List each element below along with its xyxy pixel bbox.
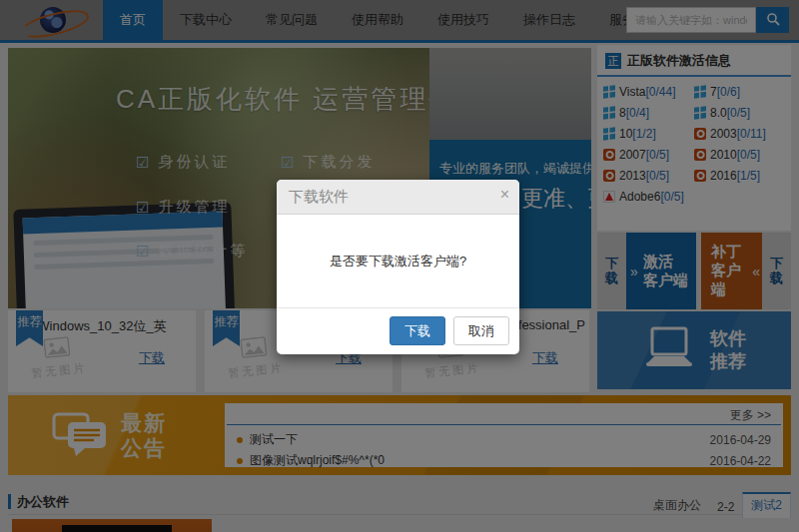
cancel-button[interactable]: 取消 — [453, 316, 509, 345]
close-icon[interactable]: × — [500, 186, 509, 204]
dialog-footer: 下载 取消 — [277, 307, 519, 353]
dialog-header: 下载软件 × — [277, 180, 519, 215]
download-dialog: 下载软件 × 是否要下载激活客户端? 下载 取消 — [277, 180, 519, 354]
confirm-download-button[interactable]: 下载 — [390, 316, 445, 345]
dialog-title: 下载软件 — [289, 188, 349, 207]
page: 首页 下载中心 常见问题 使用帮助 使用技巧 操作日志 服务 — [0, 0, 799, 532]
dialog-body: 是否要下载激活客户端? — [277, 215, 519, 307]
